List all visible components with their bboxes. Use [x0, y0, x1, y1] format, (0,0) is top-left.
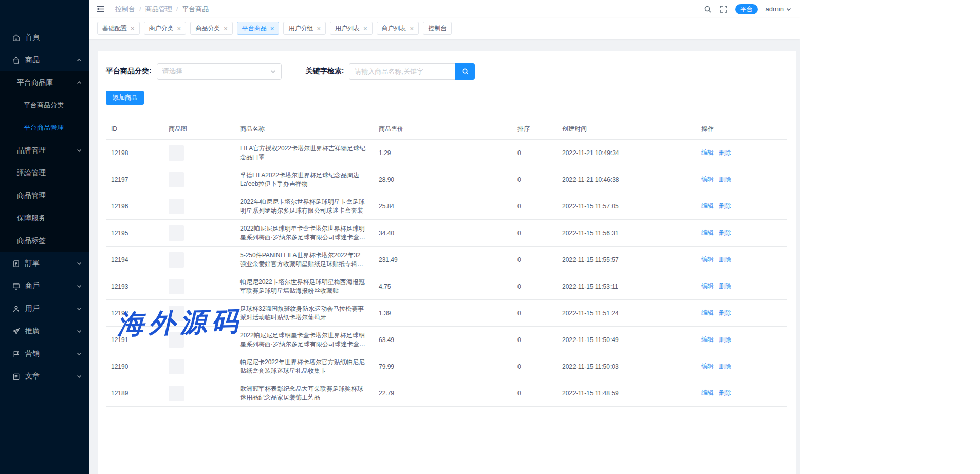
cell-price: 28.90 [374, 176, 512, 183]
cell-created: 2022-11-21 10:49:34 [557, 149, 696, 157]
cell-actions: 编辑删除 [696, 389, 787, 397]
merchant-icon [12, 282, 20, 290]
breadcrumb: 控制台 / 商品管理 / 平台商品 [115, 5, 209, 14]
fullscreen-icon[interactable] [719, 5, 728, 13]
tab-user-list[interactable]: 用户列表× [330, 22, 373, 35]
delete-link[interactable]: 删除 [719, 202, 731, 210]
close-icon[interactable]: × [131, 25, 135, 32]
add-product-button[interactable]: 添加商品 [106, 91, 144, 105]
delete-link[interactable]: 删除 [719, 256, 731, 263]
delete-link[interactable]: 删除 [719, 282, 731, 290]
menu-collapse-icon[interactable] [96, 5, 105, 13]
tab-merchant-category[interactable]: 商户分类× [144, 22, 187, 35]
cell-sort: 0 [512, 283, 557, 290]
search-icon[interactable] [704, 5, 712, 13]
delete-link[interactable]: 删除 [719, 309, 731, 316]
cell-id: 12191 [106, 336, 163, 344]
tab-dashboard[interactable]: 控制台 [423, 22, 452, 35]
tab-platform-goods[interactable]: 平台商品× [237, 22, 280, 35]
delete-link[interactable]: 删除 [719, 363, 731, 370]
goods-icon [12, 56, 20, 64]
breadcrumb-item[interactable]: 商品管理 [145, 5, 172, 14]
col-header-price: 商品售价 [374, 125, 512, 134]
sidebar-item-merchants[interactable]: 商戶 [0, 275, 89, 297]
sidebar-item-orders[interactable]: 訂單 [0, 252, 89, 275]
cell-image [163, 359, 235, 374]
sidebar-item-home[interactable]: 首頁 [0, 26, 89, 49]
article-icon [12, 373, 20, 381]
sidebar-item-users[interactable]: 用戶 [0, 297, 89, 320]
close-icon[interactable]: × [410, 25, 414, 32]
user-menu[interactable]: admin [766, 5, 791, 13]
platform-badge[interactable]: 平台 [735, 4, 758, 14]
edit-link[interactable]: 编辑 [701, 149, 714, 156]
table-row: 12192 足球杯32强国旗斑纹身防水运动会马拉松赛事派对活动临时贴纸卡塔尔葡萄… [106, 300, 787, 327]
delete-link[interactable]: 删除 [719, 336, 731, 343]
delete-link[interactable]: 删除 [719, 389, 731, 396]
cell-price: 34.40 [374, 230, 512, 237]
sidebar-item-platform-goods-category[interactable]: 平台商品分类 [0, 94, 89, 117]
close-icon[interactable]: × [177, 25, 181, 32]
edit-link[interactable]: 编辑 [701, 229, 714, 236]
edit-link[interactable]: 编辑 [701, 309, 714, 316]
home-icon [12, 34, 20, 42]
delete-link[interactable]: 删除 [719, 176, 731, 183]
breadcrumb-item[interactable]: 控制台 [115, 5, 135, 14]
sidebar-item-review-manage[interactable]: 評論管理 [0, 162, 89, 184]
table-row: 12190 帕尼尼卡2022年世界杯卡塔尔官方贴纸帕尼尼贴纸盒套装球迷球星礼品收… [106, 353, 787, 380]
close-icon[interactable]: × [363, 25, 367, 32]
cell-name: FIFA官方授权2022卡塔尔世界杯吉祥物足球纪念品口罩 [235, 144, 374, 162]
cell-price: 1.29 [374, 149, 512, 157]
table-row: 12191 2022帕尼尼足球明星卡盒卡塔尔世界杯足球明星系列梅西·罗纳尔多足球… [106, 327, 787, 353]
cell-created: 2022-11-15 11:55:57 [557, 256, 696, 263]
sidebar-item-platform-goods-lib[interactable]: 平台商品庫 [0, 71, 89, 94]
category-select[interactable]: 请选择 [157, 63, 282, 80]
close-icon[interactable]: × [224, 25, 228, 32]
edit-link[interactable]: 编辑 [701, 336, 714, 343]
sidebar-item-marketing[interactable]: 营销 [0, 343, 89, 365]
edit-link[interactable]: 编辑 [701, 176, 714, 183]
edit-link[interactable]: 编辑 [701, 256, 714, 263]
keyword-input[interactable] [349, 63, 455, 80]
product-thumbnail [169, 332, 184, 348]
sidebar-item-promotion[interactable]: 推廣 [0, 320, 89, 343]
cell-created: 2022-11-21 10:46:38 [557, 176, 696, 183]
delete-link[interactable]: 删除 [719, 229, 731, 236]
edit-link[interactable]: 编辑 [701, 202, 714, 210]
breadcrumb-item-current: 平台商品 [182, 5, 209, 14]
content-area: 平台商品分类: 请选择 关键字检索: 添加商品 [89, 39, 800, 474]
sidebar-item-articles[interactable]: 文章 [0, 365, 89, 388]
cell-sort: 0 [512, 230, 557, 237]
sidebar-item-goods[interactable]: 商品 [0, 49, 89, 71]
cell-name: 5-250件PANINI FIFA世界杯卡塔尔2022年32强业余爱好官方收藏明… [235, 251, 374, 269]
product-thumbnail [169, 306, 184, 321]
tab-merchant-list[interactable]: 商户列表× [377, 22, 419, 35]
edit-link[interactable]: 编辑 [701, 363, 714, 370]
delete-link[interactable]: 删除 [719, 149, 731, 156]
edit-link[interactable]: 编辑 [701, 389, 714, 396]
user-icon [12, 305, 20, 313]
search-button[interactable] [455, 63, 475, 80]
sidebar-item-label: 商品管理 [17, 191, 46, 200]
close-icon[interactable]: × [317, 25, 321, 32]
sidebar-item-brand-manage[interactable]: 品牌管理 [0, 139, 89, 162]
sidebar-item-guarantee-service[interactable]: 保障服务 [0, 207, 89, 230]
sidebar-item-label: 平台商品庫 [17, 78, 53, 87]
sidebar-item-goods-manage[interactable]: 商品管理 [0, 184, 89, 207]
sidebar-item-label: 文章 [25, 372, 40, 381]
cell-created: 2022-11-15 11:48:59 [557, 390, 696, 397]
tab-basic-config[interactable]: 基础配置× [97, 22, 140, 35]
tab-user-group[interactable]: 用户分组× [283, 22, 326, 35]
cell-sort: 0 [512, 390, 557, 397]
cell-actions: 编辑删除 [696, 202, 787, 211]
sidebar-item-goods-tags[interactable]: 商品标签 [0, 230, 89, 252]
product-thumbnail [169, 252, 184, 268]
tab-goods-category[interactable]: 商品分类× [190, 22, 233, 35]
product-thumbnail [169, 359, 184, 374]
chevron-down-icon [77, 261, 82, 266]
cell-price: 231.49 [374, 256, 512, 263]
edit-link[interactable]: 编辑 [701, 282, 714, 290]
close-icon[interactable]: × [270, 25, 274, 32]
sidebar-item-platform-goods-manage[interactable]: 平台商品管理 [0, 117, 89, 139]
table-row: 12194 5-250件PANINI FIFA世界杯卡塔尔2022年32强业余爱… [106, 247, 787, 273]
